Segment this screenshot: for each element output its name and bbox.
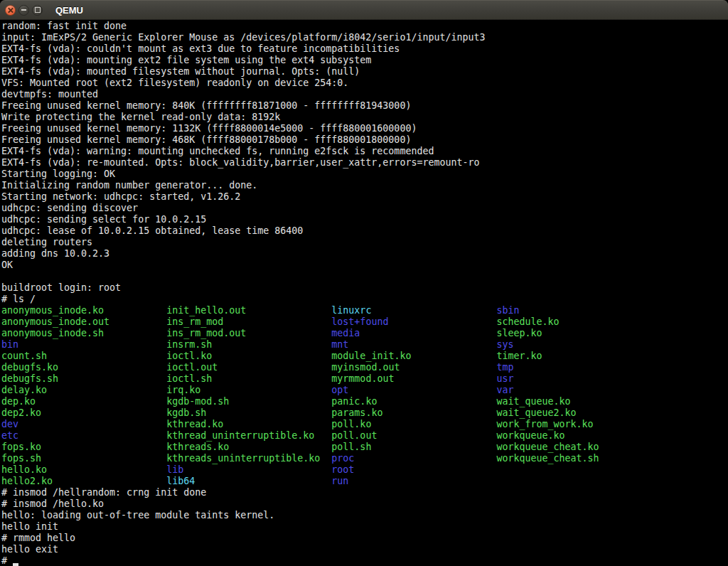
terminal-line: devtmpfs: mounted	[1, 89, 728, 100]
terminal-line: fops.sh kthreads_uninterruptible.ko proc…	[1, 453, 728, 464]
file-entry: dev	[1, 419, 166, 429]
terminal-line: # rmmod hello	[1, 533, 728, 544]
terminal-text: hello: loading out-of-tree module taints…	[1, 510, 274, 520]
terminal-line: anonymous_inode.ko init_hello.out linuxr…	[1, 305, 728, 316]
file-entry: ins_rm_mod	[166, 316, 331, 327]
terminal-line: dev kthread.ko poll.ko work_from_work.ko	[1, 419, 728, 430]
titlebar[interactable]: QEMU	[0, 0, 728, 20]
terminal-line: hello: loading out-of-tree module taints…	[1, 510, 728, 521]
file-entry: tmp	[497, 362, 514, 373]
terminal-line: udhcpc: lease of 10.0.2.15 obtained, lea…	[1, 225, 728, 237]
file-entry: wait_queue2.ko	[497, 407, 577, 418]
file-entry: irq.ko	[166, 385, 331, 395]
file-entry: etc	[1, 430, 166, 441]
file-entry: proc	[331, 453, 496, 464]
file-entry: panic.ko	[331, 396, 496, 407]
terminal-line: udhcpc: sending select for 10.0.2.15	[1, 214, 728, 225]
terminal-line: EXT4-fs (vda): warning: mounting uncheck…	[1, 146, 728, 157]
file-entry: ioctl.sh	[166, 373, 331, 384]
file-entry: myinsmod.out	[331, 362, 496, 373]
minimize-button[interactable]	[18, 5, 29, 16]
file-entry: timer.ko	[497, 351, 542, 361]
terminal-text: input: ImExPS/2 Generic Explorer Mouse a…	[1, 32, 485, 43]
file-entry: run	[331, 476, 348, 486]
file-entry: insrm.sh	[166, 339, 331, 350]
terminal-line: hello exit	[1, 544, 728, 555]
terminal-line: dep.ko kgdb-mod.sh panic.ko wait_queue.k…	[1, 396, 728, 407]
terminal-line	[1, 271, 728, 282]
terminal-text: Freeing unused kernel memory: 1132K (fff…	[1, 123, 417, 134]
file-entry: lib64	[166, 476, 331, 486]
file-entry: anonymous_inode.out	[1, 316, 166, 327]
file-entry: lib	[166, 464, 331, 475]
maximize-button[interactable]	[32, 5, 43, 16]
terminal-line: Freeing unused kernel memory: 468K (ffff…	[1, 134, 728, 146]
terminal-line: OK	[1, 260, 728, 271]
close-button[interactable]	[5, 5, 16, 16]
file-entry: work_from_work.ko	[497, 419, 594, 429]
file-entry: root	[331, 464, 354, 475]
file-entry: opt	[331, 385, 496, 395]
file-entry: sbin	[497, 305, 520, 316]
file-entry: fops.sh	[1, 453, 166, 464]
terminal-line: # ls /	[1, 294, 728, 305]
file-entry: hello.ko	[1, 464, 166, 475]
file-entry: count.sh	[1, 351, 166, 361]
terminal-text: Starting logging: OK	[1, 169, 115, 179]
file-entry: media	[331, 328, 496, 338]
terminal-line: debugfs.sh ioctl.sh myrmmod.out usr	[1, 373, 728, 385]
file-entry: workqueue.ko	[497, 430, 565, 441]
terminal-line: Initializing random number generator... …	[1, 180, 728, 191]
terminal-line: buildroot login: root	[1, 282, 728, 294]
terminal-text: # insmod /hello.ko	[1, 498, 104, 509]
terminal-line: debugfs.ko ioctl.out myinsmod.out tmp	[1, 362, 728, 373]
terminal-text: Write protecting the kernel read-only da…	[1, 112, 280, 122]
terminal-line: # insmod /hellrandom: crng init done	[1, 487, 728, 498]
file-entry: poll.out	[331, 430, 496, 441]
terminal-line: hello2.ko lib64 run	[1, 476, 728, 487]
window-title: QEMU	[55, 5, 83, 16]
terminal-line: dep2.ko kgdb.sh params.ko wait_queue2.ko	[1, 407, 728, 419]
terminal-text: #	[1, 555, 13, 566]
terminal-text: Freeing unused kernel memory: 468K (ffff…	[1, 134, 411, 145]
terminal-text: udhcpc: sending select for 10.0.2.15	[1, 214, 206, 225]
terminal-line: fops.ko kthreads.ko poll.sh workqueue_ch…	[1, 442, 728, 453]
terminal-text: EXT4-fs (vda): couldn't mount as ext3 du…	[1, 43, 400, 54]
file-entry: anonymous_inode.ko	[1, 305, 166, 316]
terminal-line: VFS: Mounted root (ext2 filesystem) read…	[1, 78, 728, 89]
file-entry: kgdb-mod.sh	[166, 396, 331, 407]
terminal-text: hello init	[1, 521, 58, 532]
file-entry: dep2.ko	[1, 407, 166, 418]
terminal-text: OK	[1, 260, 13, 270]
qemu-window: QEMU random: fast init doneinput: ImExPS…	[0, 0, 728, 566]
file-entry: init_hello.out	[166, 305, 331, 316]
terminal-line: Starting network: udhcpc: started, v1.26…	[1, 191, 728, 203]
close-icon	[8, 8, 13, 13]
terminal-line: EXT4-fs (vda): mounted filesystem withou…	[1, 66, 728, 78]
terminal-line: delay.ko irq.ko opt var	[1, 385, 728, 396]
terminal-line: # insmod /hello.ko	[1, 498, 728, 510]
file-entry: lost+found	[331, 316, 496, 327]
terminal-line: hello.ko lib root	[1, 464, 728, 476]
file-entry: myrmmod.out	[331, 373, 496, 384]
terminal-text: # insmod /hellrandom: crng init done	[1, 487, 206, 498]
terminal-output[interactable]: random: fast init doneinput: ImExPS/2 Ge…	[0, 20, 728, 566]
terminal-text: udhcpc: sending discover	[1, 203, 138, 213]
terminal-text: EXT4-fs (vda): mounted filesystem withou…	[1, 66, 360, 77]
file-entry: linuxrc	[331, 305, 496, 316]
terminal-cursor	[13, 555, 18, 566]
file-entry: bin	[1, 339, 166, 350]
terminal-line: Write protecting the kernel read-only da…	[1, 112, 728, 123]
minimize-icon	[21, 9, 26, 11]
file-entry: poll.sh	[331, 442, 496, 452]
terminal-text: Initializing random number generator... …	[1, 180, 257, 191]
file-entry: ioctl.out	[166, 362, 331, 373]
file-entry: delay.ko	[1, 385, 166, 395]
terminal-text: udhcpc: lease of 10.0.2.15 obtained, lea…	[1, 225, 303, 236]
terminal-text: random: fast init done	[1, 21, 127, 31]
file-entry: hello2.ko	[1, 476, 166, 486]
file-entry: kgdb.sh	[166, 407, 331, 418]
file-entry: workqueue_cheat.ko	[497, 442, 599, 452]
file-entry: debugfs.sh	[1, 373, 166, 384]
file-entry: mnt	[331, 339, 496, 350]
